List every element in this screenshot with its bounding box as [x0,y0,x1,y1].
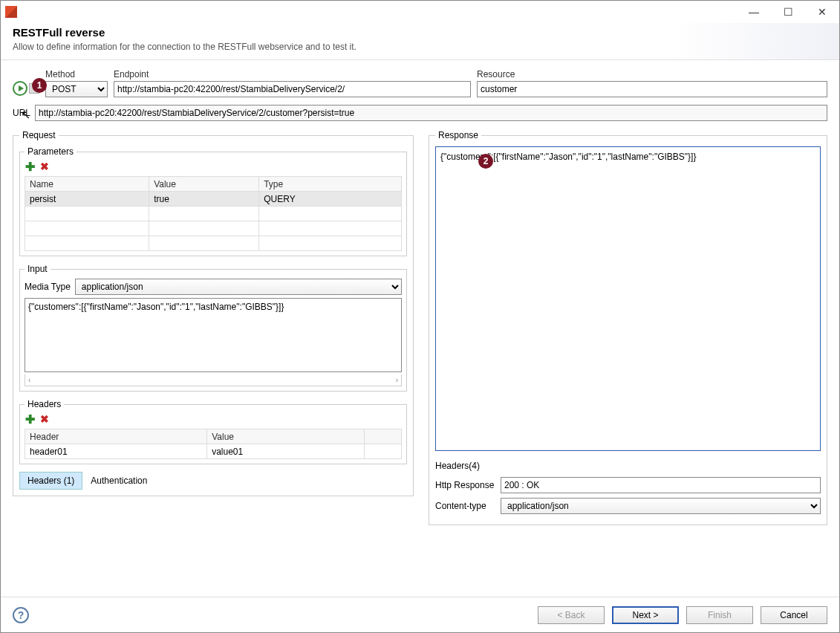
wizard-header: RESTFull reverse Allow to define informa… [1,23,839,60]
parameters-legend: Parameters [25,146,76,157]
endpoint-label: Endpoint [114,69,471,79]
table-row[interactable] [25,236,402,251]
response-legend: Response [435,130,481,140]
back-button[interactable]: < Back [538,606,605,624]
col-value: Value [149,177,259,192]
maximize-button[interactable]: ☐ [771,1,805,23]
delete-icon[interactable]: ✖ [39,414,50,424]
add-icon[interactable]: ✚ [25,161,35,172]
close-button[interactable]: ✕ [805,1,839,23]
method-label: Method [45,69,108,79]
input-group: Input Media Type application/json {"cust… [19,264,407,392]
minimize-button[interactable]: — [737,1,771,23]
input-body[interactable]: {"customers":[{"firstName":"Jason","id":… [25,298,402,372]
content-type-select[interactable]: application/json [501,498,821,514]
add-icon[interactable]: ✚ [25,414,35,424]
headers-group: Headers ✚ ✖ Header Value header01 [19,399,407,464]
table-row[interactable] [25,221,402,236]
resource-input[interactable] [477,81,827,97]
response-body[interactable]: {"customers":[{"firstName":"Jason","id":… [435,146,821,451]
run-button[interactable] [13,81,27,96]
endpoint-input[interactable] [114,81,471,97]
parameters-group: Parameters ✚ ✖ Name Value Type persist [19,146,407,256]
page-subtitle: Allow to define information for the conn… [13,42,827,52]
request-legend: Request [19,130,59,140]
page-title: RESTFull reverse [13,26,827,39]
tab-headers[interactable]: Headers (1) [19,472,82,490]
annotation-badge-2: 2 [478,154,493,169]
finish-button[interactable]: Finish [686,606,753,624]
resource-label: Resource [477,69,827,79]
col-name: Name [25,177,149,192]
help-icon[interactable]: ? [13,607,29,623]
tab-authentication[interactable]: Authentication [82,472,155,490]
input-legend: Input [25,264,51,274]
url-label: URL [13,108,30,118]
col-type: Type [259,177,402,192]
response-headers-label: Headers(4) [435,461,821,471]
delete-icon[interactable]: ✖ [39,161,50,172]
table-row[interactable] [25,207,402,221]
col-header: Header [25,429,207,444]
http-response-label: Http Response [435,480,496,490]
mediatype-label: Media Type [25,282,71,292]
cancel-button[interactable]: Cancel [761,606,827,624]
annotation-badge-1: 1 [32,78,47,93]
table-row[interactable]: header01 value01 [25,444,402,459]
request-group: Request Parameters ✚ ✖ Name Value Type [13,130,414,496]
table-row[interactable]: persist true QUERY [25,192,402,207]
content-type-label: Content-type [435,501,496,511]
method-select[interactable]: POST [45,81,108,97]
response-group: Response {"customers":[{"firstName":"Jas… [429,130,827,525]
wizard-footer: ? < Back Next > Finish Cancel [1,597,839,632]
url-input[interactable] [35,105,827,121]
col-value: Value [207,429,365,444]
app-icon [5,6,17,18]
headers-legend: Headers [25,399,64,409]
next-button[interactable]: Next > [612,606,679,624]
http-response-field [501,477,821,493]
headers-table[interactable]: Header Value header01 value01 [25,429,402,459]
mediatype-select[interactable]: application/json [75,279,402,295]
title-bar: — ☐ ✕ [1,1,839,23]
parameters-table[interactable]: Name Value Type persist true QUERY [25,176,402,251]
